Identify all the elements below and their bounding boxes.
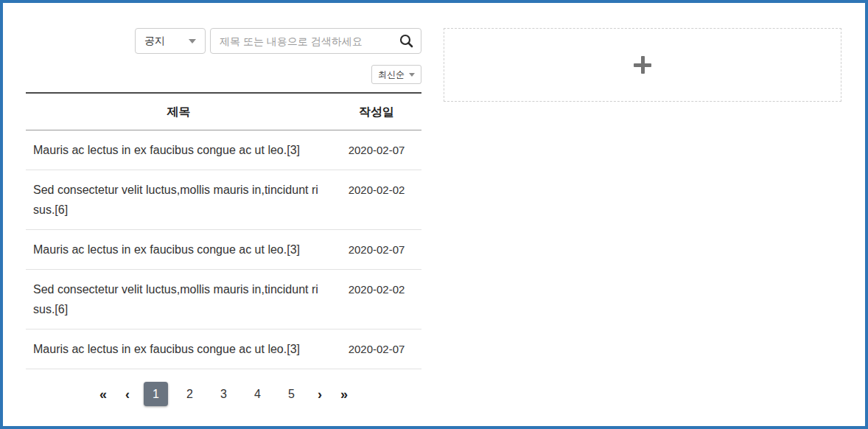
table-row[interactable]: Mauris ac lectus in ex faucibus congue a… xyxy=(26,230,421,270)
table-header-row: 제목 작성일 xyxy=(26,94,421,130)
category-select-value: 공지 xyxy=(144,35,165,48)
table-body: Mauris ac lectus in ex faucibus congue a… xyxy=(26,130,421,369)
column-header-date: 작성일 xyxy=(332,94,421,130)
row-date: 2020-02-07 xyxy=(332,230,421,269)
chevron-down-icon xyxy=(189,39,196,43)
page-number-group: 1 2 3 4 5 xyxy=(144,382,304,406)
page-button[interactable]: 4 xyxy=(245,382,270,406)
row-title[interactable]: Mauris ac lectus in ex faucibus congue a… xyxy=(26,130,332,170)
pagination: « ‹ 1 2 3 4 5 › » xyxy=(26,382,421,406)
app-window: 공지 최신순 제목 작성일 xyxy=(0,0,868,429)
column-header-title: 제목 xyxy=(26,94,332,130)
notice-table: 제목 작성일 Mauris ac lectus in ex faucibus c… xyxy=(26,92,421,369)
row-date: 2020-02-02 xyxy=(332,170,421,229)
search-input[interactable] xyxy=(210,28,421,54)
prev-page-button[interactable]: ‹ xyxy=(121,385,134,404)
page-button[interactable]: 5 xyxy=(279,382,304,406)
page-button[interactable]: 3 xyxy=(211,382,236,406)
search-button[interactable] xyxy=(395,30,417,51)
search-bar: 공지 xyxy=(26,28,421,54)
search-icon xyxy=(399,34,413,48)
notice-board-panel: 공지 최신순 제목 작성일 xyxy=(26,28,421,406)
table-row[interactable]: Sed consectetur velit luctus,mollis maur… xyxy=(26,170,421,230)
sort-select-value: 최신순 xyxy=(378,69,405,81)
table-row[interactable]: Sed consectetur velit luctus,mollis maur… xyxy=(26,270,421,329)
row-title[interactable]: Sed consectetur velit luctus,mollis maur… xyxy=(26,170,332,229)
row-title[interactable]: Mauris ac lectus in ex faucibus congue a… xyxy=(26,230,332,269)
row-date: 2020-02-02 xyxy=(332,270,421,329)
search-field-wrap xyxy=(210,28,421,54)
chevron-down-icon xyxy=(409,73,415,77)
row-title[interactable]: Mauris ac lectus in ex faucibus congue a… xyxy=(26,329,332,369)
table-row[interactable]: Mauris ac lectus in ex faucibus congue a… xyxy=(26,329,421,369)
row-date: 2020-02-07 xyxy=(332,130,421,170)
last-page-button[interactable]: » xyxy=(336,385,352,404)
plus-icon xyxy=(634,56,651,74)
category-select[interactable]: 공지 xyxy=(135,28,206,54)
page-button[interactable]: 2 xyxy=(178,382,202,406)
add-item-dropzone[interactable] xyxy=(444,28,841,102)
first-page-button[interactable]: « xyxy=(95,385,111,404)
sort-bar: 최신순 xyxy=(26,65,421,84)
row-title[interactable]: Sed consectetur velit luctus,mollis maur… xyxy=(26,270,332,329)
row-date: 2020-02-07 xyxy=(332,329,421,369)
sort-select[interactable]: 최신순 xyxy=(371,65,421,84)
table-row[interactable]: Mauris ac lectus in ex faucibus congue a… xyxy=(26,130,421,170)
page-button-active[interactable]: 1 xyxy=(144,382,168,406)
next-page-button[interactable]: › xyxy=(313,385,326,404)
